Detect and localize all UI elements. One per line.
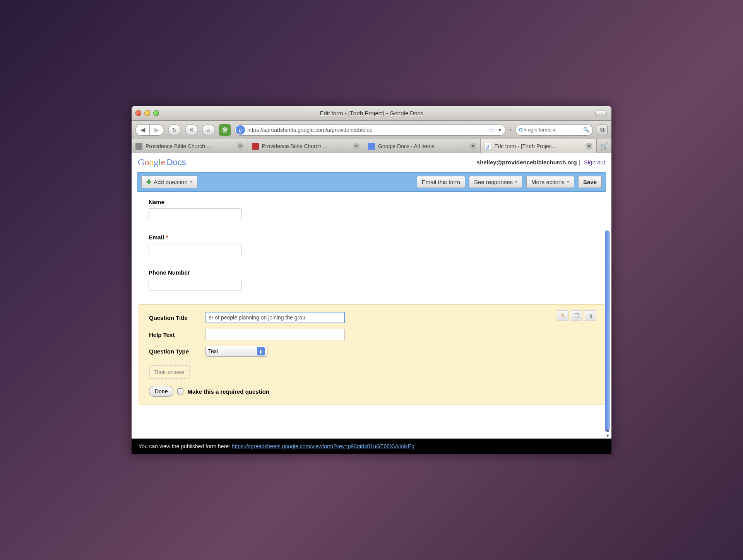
vertical-scrollbar[interactable]: ▼ ▲ xyxy=(604,153,611,439)
search-bar[interactable]: G ▾ ogle forms vi 🔍 xyxy=(515,124,593,136)
tab-label: Edit form - [Truth Projec... xyxy=(495,143,556,149)
chevron-down-icon: ▾ xyxy=(515,179,517,184)
favicon-icon xyxy=(368,143,375,150)
form-body: Name Email * Phone Number ✎ ❐ 🗑 Question… xyxy=(132,192,611,439)
account-email: shelley@providencebiblechurch.org xyxy=(477,159,577,166)
help-text-label: Help Text xyxy=(149,331,199,338)
google-docs-logo[interactable]: GoogleDocs xyxy=(138,157,186,167)
tab-close-icon[interactable]: ✕ xyxy=(469,143,476,150)
form-toolbar: ✚ Add question ▾ Email this form See res… xyxy=(137,172,606,192)
tab-label: Providence Bible Church ... xyxy=(262,143,328,149)
published-form-link[interactable]: https://spreadsheets.google.com/viewform… xyxy=(232,443,414,449)
toolbar-toggle-button[interactable] xyxy=(595,111,607,116)
chevron-down-icon: ▾ xyxy=(567,179,569,184)
url-bar[interactable]: g https://spreadsheets.google.com/a/prov… xyxy=(235,124,505,136)
edit-icon[interactable]: ✎ xyxy=(557,310,568,321)
footer-text: You can view the published form here: xyxy=(139,443,232,449)
search-text: ogle forms vi xyxy=(528,127,582,133)
duplicate-icon[interactable]: ❐ xyxy=(571,310,582,321)
question-title-label: Question Title xyxy=(149,314,199,321)
plus-icon: ✚ xyxy=(146,178,151,186)
see-responses-button[interactable]: See responses ▾ xyxy=(469,176,522,188)
add-question-button[interactable]: ✚ Add question ▾ xyxy=(141,176,197,188)
question-label: Name xyxy=(149,199,594,205)
publish-footer: You can view the published form here: ht… xyxy=(132,439,611,454)
tab-close-icon[interactable]: ✕ xyxy=(585,143,592,150)
editor-actions: ✎ ❐ 🗑 xyxy=(557,310,596,321)
account-info: shelley@providencebiblechurch.org | Sign… xyxy=(477,159,605,166)
delete-icon[interactable]: 🗑 xyxy=(585,310,596,321)
tab-label: Providence Bible Church ... xyxy=(146,143,211,149)
stop-button[interactable]: ✕ xyxy=(185,125,198,135)
evernote-icon[interactable]: ❋ xyxy=(219,124,231,136)
question-phone: Phone Number xyxy=(149,269,594,290)
home-button[interactable]: ⌂ xyxy=(202,125,215,135)
tab-google-docs[interactable]: Google Docs - All items ✕ xyxy=(364,139,481,153)
url-dropdown-icon[interactable]: ▼ xyxy=(496,127,504,133)
scroll-down-arrow[interactable]: ▼ xyxy=(606,433,610,438)
bookmark-star-icon[interactable]: ☆ xyxy=(488,126,494,133)
browser-toolbar: ◀ ▶ ↻ ✕ ⌂ ❋ g https://spreadsheets.googl… xyxy=(132,121,611,139)
page-content: GoogleDocs shelley@providencebiblechurch… xyxy=(132,153,611,454)
google-search-icon: G xyxy=(519,127,523,133)
tab-providence-2[interactable]: Providence Bible Church ... ✕ xyxy=(248,139,365,153)
search-dropdown-icon[interactable]: ▾ xyxy=(524,128,526,132)
name-input[interactable] xyxy=(149,208,241,220)
question-type-label: Question Type xyxy=(149,348,199,355)
question-label: Email * xyxy=(149,234,594,241)
browser-window: Edit form - [Truth Project] - Google Doc… xyxy=(132,106,611,454)
question-email: Email * xyxy=(149,234,594,255)
done-button[interactable]: Done xyxy=(149,386,173,397)
tab-close-icon[interactable]: ✕ xyxy=(353,143,360,150)
question-label: Phone Number xyxy=(149,269,594,276)
minimize-window-button[interactable] xyxy=(144,110,150,116)
tab-overview-button[interactable]: ⧉ xyxy=(597,125,608,135)
help-text-input[interactable] xyxy=(205,329,345,340)
question-name: Name xyxy=(149,199,594,220)
tab-label: Google Docs - All items xyxy=(378,143,435,149)
phone-input[interactable] xyxy=(149,279,241,290)
search-icon[interactable]: 🔍 xyxy=(583,127,589,133)
tab-close-icon[interactable]: ✕ xyxy=(237,143,244,150)
url-text: https://spreadsheets.google.com/a/provid… xyxy=(247,127,486,133)
close-window-button[interactable] xyxy=(135,110,141,116)
tab-edit-form[interactable]: g Edit form - [Truth Projec... ✕ xyxy=(481,139,597,153)
favicon-icon: g xyxy=(484,143,491,150)
tab-providence-1[interactable]: Providence Bible Church ... ✕ xyxy=(132,139,248,153)
traffic-lights xyxy=(135,110,159,116)
scroll-thumb[interactable] xyxy=(605,230,609,432)
question-type-select[interactable]: Text ▴▾ xyxy=(205,346,267,357)
required-checkbox[interactable] xyxy=(177,388,183,394)
required-label: Make this a required question xyxy=(187,388,269,395)
nav-buttons: ◀ ▶ xyxy=(135,124,164,136)
tab-bar: Providence Bible Church ... ✕ Providence… xyxy=(132,139,611,153)
site-identity-icon[interactable]: g xyxy=(236,125,245,135)
reload-button[interactable]: ↻ xyxy=(168,125,181,135)
scroll-up-arrow[interactable]: ▲ xyxy=(606,428,610,432)
favicon-icon xyxy=(252,143,259,150)
favicon-icon xyxy=(135,143,142,150)
email-input[interactable] xyxy=(149,244,241,255)
back-button[interactable]: ◀ xyxy=(136,125,150,135)
question-title-input[interactable] xyxy=(205,312,345,323)
question-editor: ✎ ❐ 🗑 Question Title Help Text Question … xyxy=(138,304,605,405)
window-title: Edit form - [Truth Project] - Google Doc… xyxy=(320,110,423,116)
chevron-down-icon: ▾ xyxy=(190,179,192,184)
titlebar: Edit form - [Truth Project] - Google Doc… xyxy=(132,106,611,121)
required-asterisk: * xyxy=(166,234,168,241)
shopping-cart-icon[interactable]: 🛒 xyxy=(597,139,611,153)
answer-placeholder: Their answer xyxy=(149,365,190,379)
more-actions-button[interactable]: More actions ▾ xyxy=(526,176,574,188)
docs-header: GoogleDocs shelley@providencebiblechurch… xyxy=(132,153,611,172)
forward-button[interactable]: ▶ xyxy=(150,125,164,135)
save-button[interactable]: Save xyxy=(578,176,602,188)
sign-out-link[interactable]: Sign out xyxy=(584,159,605,166)
feed-separator: • xyxy=(509,126,512,133)
select-arrows-icon: ▴▾ xyxy=(257,347,265,355)
select-value: Text xyxy=(208,348,218,354)
email-form-button[interactable]: Email this form xyxy=(417,176,465,188)
zoom-window-button[interactable] xyxy=(153,110,159,116)
